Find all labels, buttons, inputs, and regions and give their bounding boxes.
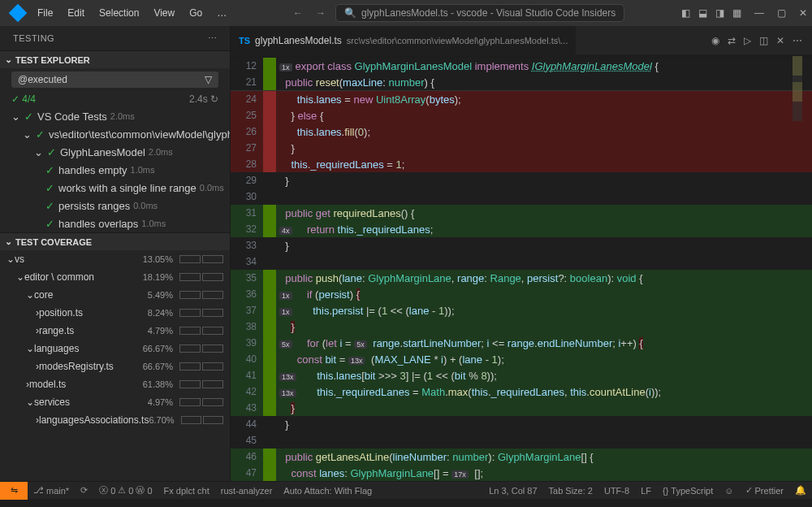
code-line[interactable]: 24 this.lanes = new Uint8Array(bytes);	[231, 91, 812, 107]
code-line[interactable]: 34	[231, 254, 812, 270]
coverage-row[interactable]: ⌄ vs13.05%	[0, 250, 230, 268]
code-line[interactable]: 395x for (let i = 5x range.startLineNumb…	[231, 335, 812, 351]
pos-item[interactable]: Ln 3, Col 87	[483, 482, 542, 500]
chevron-icon: ⌄	[16, 271, 24, 283]
code-line[interactable]: 43 }	[231, 400, 812, 416]
test-row[interactable]: ⌄✓VS Code Tests2.0ms	[0, 107, 230, 125]
coverage-row[interactable]: › range.ts4.79%	[0, 322, 230, 340]
code-line[interactable]: 29 }	[231, 172, 812, 188]
layout-controls[interactable]: ◧ ⬓ ◨ ▦	[681, 7, 741, 19]
test-tree[interactable]: ⌄✓VS Code Tests2.0ms⌄✓vs\editor\test\com…	[0, 107, 230, 232]
menu-…[interactable]: …	[210, 4, 233, 22]
diff-icon[interactable]: ⇄	[728, 35, 736, 46]
nav-fwd[interactable]: →	[313, 6, 329, 20]
cov-toggle-icon[interactable]: ◉	[711, 35, 719, 46]
code-line[interactable]: 31 public get requiredLanes() {	[231, 205, 812, 221]
layout-icon[interactable]: ▦	[732, 7, 741, 19]
test-row[interactable]: ✓handles overlaps1.0ms	[0, 214, 230, 232]
test-row[interactable]: ⌄✓vs\editor\test\common\viewModel\glyphL…	[0, 125, 230, 143]
test-row[interactable]: ✓handles empty1.0ms	[0, 161, 230, 179]
tab-active[interactable]: TS glyphLanesModel.ts src\vs\editor\comm…	[231, 26, 577, 54]
code-line[interactable]: 4213x this._requiredLanes = Math.max(thi…	[231, 384, 812, 400]
bell-icon[interactable]: 🔔	[789, 482, 812, 500]
problems-item[interactable]: ⓧ 0 ⚠ 0 Ⓦ 0	[93, 482, 158, 500]
menu-view[interactable]: View	[147, 4, 181, 22]
coverage-row[interactable]: › model.ts61.38%	[0, 375, 230, 393]
feedback-icon[interactable]: ☺	[719, 482, 739, 500]
filter-input[interactable]: @executed ▽	[11, 72, 218, 88]
code-line[interactable]: 35 public push(lane: GlyphMarginLane, ra…	[231, 270, 812, 286]
menu-selection[interactable]: Selection	[93, 4, 145, 22]
code-line[interactable]: 30	[231, 188, 812, 205]
code-line[interactable]: 4113x this.lanes[bit >>> 3] |= (1 << (bi…	[231, 367, 812, 384]
prettier-item[interactable]: ✓ Prettier	[740, 482, 789, 500]
split-icon[interactable]: ◫	[759, 35, 768, 46]
close-button[interactable]: ✕	[799, 7, 807, 19]
attach-item[interactable]: Auto Attach: With Flag	[278, 482, 378, 500]
code-line[interactable]: 26 this.lanes.fill(0);	[231, 124, 812, 140]
minimap[interactable]	[793, 56, 802, 121]
code-line[interactable]: 25 } else {	[231, 107, 812, 124]
test-row[interactable]: ⌄✓GlyphLanesModel2.0ms	[0, 143, 230, 161]
search-icon: 🔍	[344, 7, 356, 19]
code-line[interactable]: 324x return this._requiredLanes;	[231, 221, 812, 237]
branch-item[interactable]: ⎇ main*	[28, 482, 75, 500]
code-line[interactable]: 371x this.persist |= (1 << (lane - 1));	[231, 302, 812, 318]
filter-icon[interactable]: ▽	[205, 74, 212, 85]
code-line[interactable]: 361x if (persist) {	[231, 286, 812, 302]
tab-item[interactable]: Tab Size: 2	[543, 482, 598, 500]
menu-go[interactable]: Go	[183, 4, 209, 22]
code-line[interactable]: 33 }	[231, 237, 812, 254]
code-line[interactable]: 44 }	[231, 416, 812, 432]
code-line[interactable]: 47 const lanes: GlyphMarginLane[] = 17x …	[231, 465, 812, 481]
remote-button[interactable]: ⇋	[0, 482, 28, 500]
panel-bottom-icon[interactable]: ⬓	[698, 7, 707, 19]
panel-right-icon[interactable]: ◨	[715, 7, 724, 19]
coverage-row[interactable]: › position.ts8.24%	[0, 304, 230, 322]
code-line[interactable]: 27 }	[231, 140, 812, 156]
enc-item[interactable]: UTF-8	[598, 482, 635, 500]
sidebar-title: TESTING	[13, 33, 54, 43]
test-coverage-header[interactable]: ⌄ TEST COVERAGE	[0, 232, 230, 250]
coverage-row[interactable]: ⌄ core5.49%	[0, 286, 230, 304]
menu-bar: FileEditSelectionViewGo…	[31, 4, 233, 22]
run-icon[interactable]: ▷	[744, 35, 751, 46]
code-area[interactable]: 121xexport class GlyphMarginLanesModel i…	[231, 54, 812, 481]
menu-edit[interactable]: Edit	[61, 4, 91, 22]
coverage-row[interactable]: ⌄ languages66.67%	[0, 340, 230, 358]
code-line[interactable]: 40 const bit = 13x (MAX_LANE * i) + (lan…	[231, 351, 812, 367]
fx-item[interactable]: Fx dplct cht	[158, 482, 215, 500]
pass-icon: ✓	[45, 182, 54, 194]
code-line[interactable]: 21 public reset(maxLine: number) {	[231, 74, 812, 90]
more-icon[interactable]: ⋯	[208, 33, 218, 44]
close-icon[interactable]: ✕	[776, 35, 784, 46]
code-line[interactable]: 121xexport class GlyphMarginLanesModel i…	[231, 58, 812, 74]
lang-item[interactable]: {} TypeScript	[657, 482, 719, 500]
test-explorer-header[interactable]: ⌄ TEST EXPLORER	[0, 50, 230, 68]
window-title: glyphLanesModel.ts - vscode - Visual Stu…	[361, 7, 615, 19]
code-line[interactable]: 38 }	[231, 318, 812, 335]
code-line[interactable]: 45	[231, 432, 812, 448]
eol-item[interactable]: LF	[635, 482, 657, 500]
test-row[interactable]: ✓works with a single line range0.0ms	[0, 179, 230, 197]
ts-icon: TS	[239, 36, 250, 46]
menu-file[interactable]: File	[31, 4, 59, 22]
rust-item[interactable]: rust-analyzer	[215, 482, 279, 500]
test-row[interactable]: ✓persists ranges0.0ms	[0, 197, 230, 214]
coverage-row[interactable]: › modesRegistry.ts66.67%	[0, 358, 230, 375]
minimize-button[interactable]: —	[754, 7, 764, 19]
panel-left-icon[interactable]: ◧	[681, 7, 690, 19]
maximize-button[interactable]: ▢	[777, 7, 786, 19]
coverage-row[interactable]: ⌄ services4.97%	[0, 393, 230, 411]
more-icon[interactable]: ⋯	[793, 35, 802, 46]
code-line[interactable]: 46 public getLanesAtLine(lineNumber: num…	[231, 448, 812, 465]
breadcrumb[interactable]: src\vs\editor\common\viewModel\glyphLane…	[347, 36, 568, 46]
coverage-row[interactable]: › languagesAssociations.ts6.70%	[0, 411, 230, 429]
code-line[interactable]: 28 this._requiredLanes = 1;	[231, 156, 812, 172]
coverage-row[interactable]: ⌄ editor \ common18.19%	[0, 268, 230, 286]
command-center[interactable]: 🔍 glyphLanesModel.ts - vscode - Visual S…	[335, 4, 624, 22]
sync-item[interactable]: ⟳	[75, 482, 93, 500]
coverage-tree[interactable]: ⌄ vs13.05%⌄ editor \ common18.19%⌄ core5…	[0, 250, 230, 481]
nav-back[interactable]: ←	[290, 6, 306, 20]
coverage-gutter	[263, 302, 276, 318]
